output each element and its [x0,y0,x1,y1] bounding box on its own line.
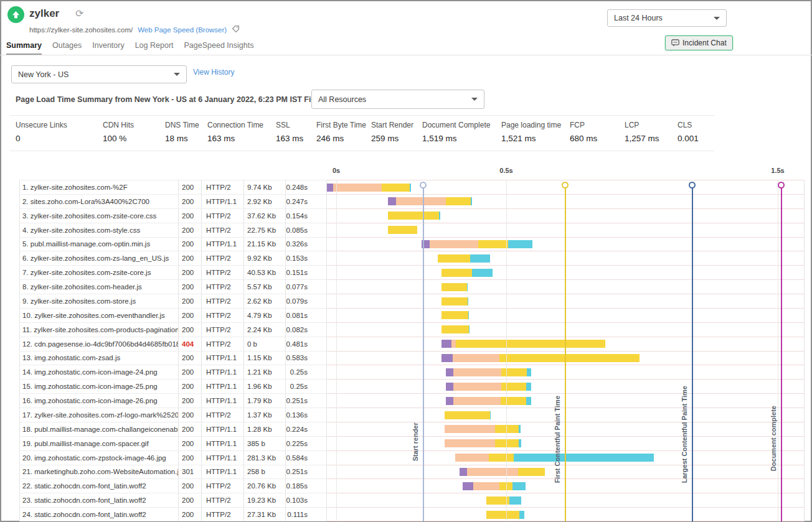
segment-wait [501,383,526,391]
status-code: 404 [179,337,202,351]
response-time: 0.225s [286,436,327,450]
segment-wait [445,411,490,419]
resource-filter-select[interactable]: All Resources [311,90,484,109]
location-select[interactable]: New York - US [11,65,187,83]
table-row[interactable]: 15. img.zohostatic.com-icon-image-25.png… [19,379,805,393]
waterfall-bar [388,226,417,234]
response-time: 0.224s [286,422,327,436]
metric-document-complete: Document Complete1,519 ms [422,121,501,143]
waterfall-bar-cell [327,465,805,479]
segment-download [519,425,521,433]
table-row[interactable]: 21. marketinghub.zoho.com-WebsiteAutomat… [19,465,805,479]
waterfall-bar-cell [327,180,805,194]
segment-download [508,240,532,248]
summary-heading: Page Load Time Summary from New York - U… [16,95,334,104]
tab-pagespeed-insights[interactable]: PageSpeed Insights [184,41,254,55]
metric-value: 163 ms [207,134,276,143]
table-row[interactable]: 19. publ.maillist-manage.com-spacer.gif2… [19,436,805,450]
response-time: 0.251s [286,465,327,479]
tab-log-report[interactable]: Log Report [135,41,174,55]
metric-label: Page loading time [501,121,570,129]
time-range-select[interactable]: Last 24 Hours [607,9,727,27]
protocol: HTTP/2 [202,279,244,294]
protocol: HTTP/2 [202,208,244,223]
tab-outages[interactable]: Outages [52,41,82,55]
protocol: HTTP/2 [202,337,244,351]
table-row[interactable]: 18. publ.maillist-manage.com-challangeic… [19,422,805,436]
waterfall-bar-cell [327,322,805,337]
metric-value: 680 ms [570,134,625,143]
table-row[interactable]: 5. publ.maillist-manage.com-optin.min.js… [19,237,805,251]
table-row[interactable]: 8. zylker-site.zohosites.com-header.js20… [19,279,805,294]
tab-summary[interactable]: Summary [6,41,42,55]
table-row[interactable]: 22. static.zohocdn.com-font_latin.woff22… [19,478,805,493]
resource-name: 8. zylker-site.zohosites.com-header.js [19,279,179,294]
segment-wait [441,269,472,277]
segment-dns [446,368,453,376]
table-row[interactable]: 10. zylker-site.zohosites.com-eventhandl… [19,308,805,322]
table-row[interactable]: 1. zylker-site.zohosites.com-%2F200HTTP/… [19,180,805,194]
table-row[interactable]: 11. zylker-site.zohosites.com-products-p… [19,322,805,337]
response-size: 40.53 Kb [244,265,286,279]
table-row[interactable]: 24. static.zohocdn.com-font_latin.woff22… [19,507,805,521]
table-row[interactable]: 2. sites.zoho.com-Lora%3A400%2C700200HTT… [19,194,805,208]
waterfall-bar-cell [327,507,805,521]
segment-download [471,197,472,205]
protocol: HTTP/1.1 [202,422,244,436]
status-code: 200 [179,422,202,436]
refresh-icon[interactable]: ⟳ [75,7,83,19]
table-row[interactable]: 16. img.zohostatic.com-icon-image-26.png… [19,393,805,408]
segment-wait [438,254,470,263]
table-row[interactable]: 3. zylker-site.zohosites.com-zsite-core.… [19,208,805,223]
table-row[interactable]: 23. static.zohocdn.com-font_latin.woff22… [19,493,805,507]
monitor-url: https://zylker-site.zohosites.com/ [29,26,133,34]
resource-name: 2. sites.zoho.com-Lora%3A400%2C700 [19,194,179,208]
waterfall-bar-cell [327,208,805,223]
table-row[interactable]: 4. zylker-site.zohosites.com-style.css20… [19,223,805,237]
segment-wait [495,425,519,433]
metric-lcp: LCP1,257 ms [625,121,677,143]
segment-wait [388,226,417,234]
segment-download [439,212,440,220]
resource-name: 20. img.zohostatic.com-zpstock-image-46.… [19,450,179,465]
tag-icon[interactable] [232,25,240,34]
metric-first-byte-time: First Byte Time246 ms [316,121,371,143]
table-row[interactable]: 9. zylker-site.zohosites.com-store.js200… [19,294,805,308]
status-code: 200 [179,265,202,279]
table-row[interactable]: 13. img.zohostatic.com-zsad.js200HTTP/1.… [19,351,805,365]
tab-inventory[interactable]: Inventory [92,41,124,55]
table-row[interactable]: 14. img.zohostatic.com-icon-image-24.png… [19,365,805,379]
waterfall-bar [486,511,524,519]
segment-connect [445,425,495,433]
segment-download [469,325,470,333]
monitor-type-link[interactable]: Web Page Speed (Browser) [138,26,227,34]
waterfall-bar-cell [327,408,805,422]
table-row[interactable]: 7. zylker-site.zohosites.com-zsite-core.… [19,265,805,279]
metric-value: 1,519 ms [422,134,501,143]
segment-download [472,269,493,277]
segment-dns [446,397,453,405]
waterfall-bar-cell [327,351,805,365]
waterfall-rows: 1. zylker-site.zohosites.com-%2F200HTTP/… [19,180,805,521]
table-row[interactable]: 12. cdn.pagesense.io-4dc9bf7006bd4d4685f… [19,337,805,351]
segment-download [527,368,531,376]
view-history-link[interactable]: View History [193,68,234,77]
resource-name: 7. zylker-site.zohosites.com-zsite-core.… [19,265,179,279]
table-row[interactable]: 6. zylker-site.zohosites.com-zs-lang_en_… [19,251,805,265]
response-size: 1.15 Kb [244,351,286,365]
resource-name: 3. zylker-site.zohosites.com-zsite-core.… [19,208,179,223]
segment-dns [388,197,396,205]
status-code: 200 [179,351,202,365]
table-row[interactable]: 20. img.zohostatic.com-zpstock-image-46.… [19,450,805,465]
chevron-down-icon [471,98,478,101]
metric-connection-time: Connection Time163 ms [207,121,276,143]
protocol: HTTP/2 [202,265,244,279]
waterfall-bar [388,197,472,205]
table-row[interactable]: 17. zylker-site.zohosites.com-zf-logo-ma… [19,408,805,422]
segment-wait [501,368,527,376]
waterfall-bar-cell [327,450,805,465]
metric-value: 259 ms [371,134,422,143]
chevron-down-icon [714,17,720,20]
segment-wait [499,354,640,362]
waterfall-bar [441,325,470,333]
